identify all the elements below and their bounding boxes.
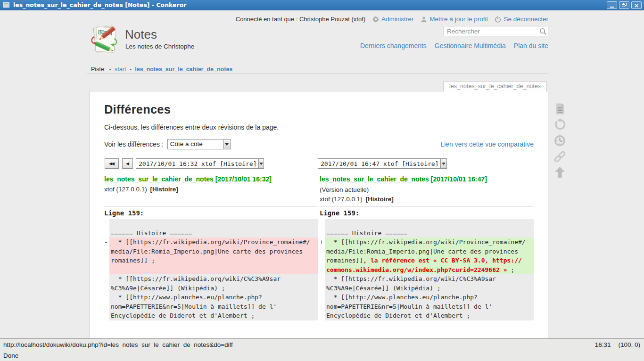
diff-line: media/File:Romia_Imperio.png|Une carte d…	[104, 247, 318, 256]
breadcrumb-separator: •	[109, 66, 111, 72]
breadcrumb-label: Piste:	[91, 66, 106, 73]
browser-viewport: Connecté en tant que : Christophe Pouzat…	[0, 10, 644, 338]
current-version-label: (Version actuelle)	[320, 186, 534, 193]
minimize-button[interactable]	[607, 1, 617, 9]
admin-link-label: Administrer	[381, 16, 413, 23]
diff-line	[104, 265, 318, 275]
diff-line	[104, 219, 318, 229]
logout-link[interactable]: Se déconnecter	[495, 16, 548, 23]
diff-line: %C3%A9e|Césarée]] (Wikipédia) ;	[104, 284, 318, 293]
nav-sitemap[interactable]: Plan du site	[514, 42, 548, 49]
diff-line: * [[http://www.planches.eu/planche.php?	[320, 293, 534, 302]
page-icon[interactable]	[554, 103, 565, 115]
diff-line: commons.wikimedia.org/w/index.php?curid=…	[320, 265, 534, 275]
window-icon	[3, 2, 9, 8]
user-bar: Connecté en tant que : Christophe Pouzat…	[236, 16, 548, 23]
diff-line: * [[https://fr.wikipedia.org/wiki/C%C3%A…	[104, 274, 318, 284]
breadcrumb-separator: •	[130, 66, 132, 72]
previous-revision-button[interactable]: ◀	[122, 158, 133, 169]
page-tools	[553, 103, 567, 178]
diff-line: ====== Histoire ======	[104, 229, 318, 238]
right-revision-user: xtof (127.0.0.1)	[320, 196, 363, 203]
right-revision-header: les_notes_sur_le_cahier_de_notes [2017/1…	[320, 175, 534, 203]
diff-line: romaines]], la référence est « CC BY-SA …	[320, 256, 534, 265]
search-form	[444, 26, 548, 36]
minimize-icon	[610, 7, 614, 8]
status-bar: http://localhost/dokuwiki/doku.php?id=le…	[0, 338, 644, 361]
status-url: http://localhost/dokuwiki/doku.php?id=le…	[3, 341, 233, 348]
diff-panel: Différences Ci-dessous, les différences …	[90, 91, 548, 338]
logout-link-label: Se déconnecter	[504, 16, 548, 23]
dokuwiki-logo-icon: [[DW]]	[92, 26, 117, 53]
diff-intro: Ci-dessous, les différences entre deux r…	[104, 123, 534, 131]
breadcrumb-start-link[interactable]: start	[115, 66, 126, 73]
diff-line: ====== Histoire ======	[320, 229, 534, 238]
diff-line: Encyclopédie de Diderot et d'Alembert ;	[320, 311, 534, 320]
nav-media-manager[interactable]: Gestionnaire Multimédia	[435, 42, 506, 49]
profile-link-label: Mettre à jour le profil	[429, 16, 487, 23]
diff-line: Encyclopédie de Diderot et d'Alembert ;	[104, 311, 318, 320]
left-revision-link[interactable]: les_notes_sur_le_cahier_de_notes [2017/1…	[104, 175, 272, 183]
breadcrumb-page-link[interactable]: les_notes_sur_le_cahier_de_notes	[135, 66, 232, 73]
status-clock: 16:31	[595, 341, 611, 348]
left-revision-user: xtof (127.0.0.1)	[104, 186, 147, 193]
site-nav: Derniers changements Gestionnaire Multim…	[360, 42, 548, 49]
diff-line: * [[https://fr.wikipedia.org/wiki/C%C3%A…	[320, 274, 534, 284]
site-title[interactable]: Notes	[125, 27, 157, 42]
dokuwiki-logo[interactable]: [[DW]]	[89, 25, 121, 55]
diff-lines-right: ====== Histoire ======+ * [[https://fr.w…	[320, 219, 534, 320]
diff-line: - * [[https://fr.wikipedia.org/wiki/Prov…	[104, 238, 318, 247]
diff-column-right: Ligne 159: ====== Histoire ======+ * [[h…	[320, 206, 534, 320]
window-title: les_notes_sur_le_cahier_de_notes [Notes]…	[13, 1, 186, 8]
close-icon	[634, 1, 639, 9]
left-revision-history-link[interactable]: [Histoire]	[150, 186, 178, 193]
diff-table: Ligne 159: ====== Histoire ======- * [[h…	[104, 206, 534, 320]
diff-line: + * [[https://fr.wikipedia.org/wiki/Prov…	[320, 238, 534, 247]
nav-recent-changes[interactable]: Derniers changements	[360, 42, 427, 49]
view-mode-select[interactable]: Côte à côte	[167, 139, 231, 149]
diff-line: romaines]] ;	[104, 256, 318, 265]
right-revision-history-link[interactable]: [Histoire]	[366, 196, 394, 203]
left-revision-select[interactable]: 2017/10/01 16:32 xtof [Histoire]	[136, 158, 264, 169]
page-tab[interactable]: les_notes_sur_le_cahier_de_notes	[443, 82, 547, 91]
profile-link[interactable]: Mettre à jour le profil	[421, 16, 487, 23]
diff-line: * [[http://www.planches.eu/planche.php?	[104, 293, 318, 302]
compare-view-link[interactable]: Lien vers cette vue comparative	[440, 140, 534, 148]
left-revision-value: 2017/10/01 16:32 xtof [Histoire]	[136, 159, 258, 168]
diff-line	[320, 219, 534, 229]
restore-button[interactable]	[619, 1, 629, 9]
restore-icon	[622, 3, 627, 7]
page-title: Différences	[104, 103, 534, 116]
admin-link[interactable]: Administrer	[372, 16, 413, 23]
diff-line: media/File:Romia_Imperio.png|Une carte d…	[320, 247, 534, 256]
left-revision-header: les_notes_sur_le_cahier_de_notes [2017/1…	[104, 175, 318, 203]
gear-icon	[372, 16, 379, 23]
status-message: Done	[3, 352, 18, 359]
left-line-header: Ligne 159:	[104, 206, 318, 219]
first-revision-button[interactable]: ◀◀	[105, 158, 119, 169]
diff-line: nom=PAPETTERIE&nr=5|Moulin à maillets]] …	[104, 302, 318, 312]
right-line-header: Ligne 159:	[320, 206, 534, 219]
chevron-down-icon	[258, 159, 264, 168]
chevron-down-icon	[223, 139, 231, 149]
logged-in-text: Connecté en tant que : Christophe Pouzat…	[236, 16, 365, 23]
search-icon[interactable]	[539, 27, 547, 35]
revert-icon[interactable]	[553, 118, 566, 131]
diff-lines-left: ====== Histoire ======- * [[https://fr.w…	[104, 219, 318, 320]
right-revision-link[interactable]: les_notes_sur_le_cahier_de_notes [2017/1…	[320, 175, 487, 183]
close-button[interactable]	[631, 1, 642, 9]
view-mode-value: Côte à côte	[168, 139, 223, 149]
right-revision-value: 2017/10/01 16:47 xtof [Histoire]	[318, 159, 440, 168]
clock-icon[interactable]	[553, 134, 566, 147]
status-position: (100, 0)	[618, 341, 640, 348]
diff-column-left: Ligne 159: ====== Histoire ======- * [[h…	[104, 206, 318, 320]
right-revision-select[interactable]: 2017/10/01 16:47 xtof [Histoire]	[318, 158, 447, 169]
backlinks-icon[interactable]	[553, 150, 566, 163]
back-to-top-icon[interactable]	[554, 166, 565, 178]
search-input[interactable]	[444, 26, 548, 36]
power-icon	[495, 16, 501, 23]
diff-line: %C3%A9e|Césarée]] (Wikipédia) ;	[320, 284, 534, 293]
diff-line: nom=PAPETTERIE&nr=5|Moulin à maillets]] …	[320, 302, 534, 312]
breadcrumb: Piste: • start • les_notes_sur_le_cahier…	[87, 65, 548, 74]
window-titlebar: les_notes_sur_le_cahier_de_notes [Notes]…	[0, 0, 644, 10]
